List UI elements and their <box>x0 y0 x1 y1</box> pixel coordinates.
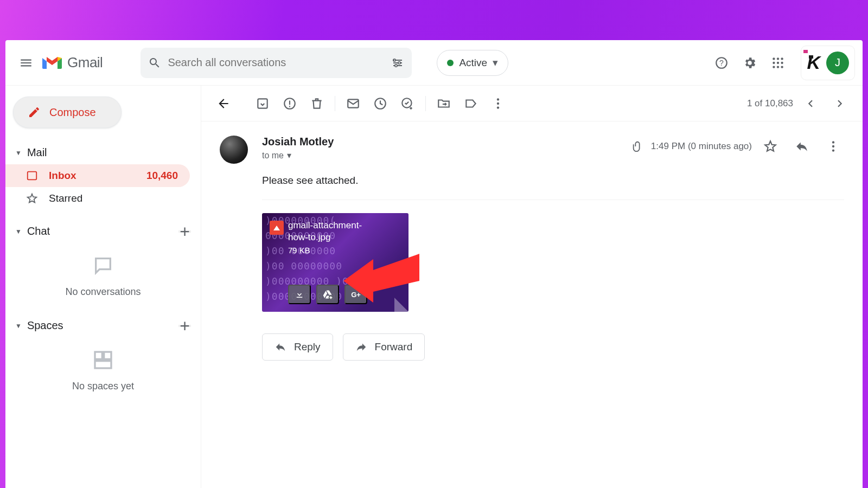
main-menu-button[interactable] <box>13 50 39 76</box>
spaces-icon <box>91 349 116 371</box>
search-input[interactable] <box>168 56 391 69</box>
svg-point-28 <box>832 141 834 143</box>
older-button[interactable] <box>796 90 824 117</box>
search-icon <box>148 56 161 69</box>
settings-button[interactable] <box>737 50 763 76</box>
chevron-left-icon <box>803 97 817 111</box>
new-space-button[interactable]: + <box>178 325 191 327</box>
delete-button[interactable] <box>303 90 330 117</box>
move-to-button[interactable] <box>430 90 457 117</box>
star-icon <box>26 192 38 204</box>
star-message-button[interactable] <box>760 136 781 157</box>
svg-point-30 <box>832 149 834 151</box>
more-vert-icon <box>826 139 840 153</box>
compose-label: Compose <box>49 106 96 119</box>
download-icon <box>295 290 304 299</box>
trash-icon <box>310 97 324 111</box>
inbox-count: 10,460 <box>146 170 178 182</box>
drive-add-icon <box>322 289 333 300</box>
product-logo[interactable]: Gmail <box>41 54 103 71</box>
svg-point-9 <box>777 61 779 63</box>
folder-inbox[interactable]: Inbox 10,460 <box>5 164 190 187</box>
message-header: Josiah Motley to me▾ 1:49 PM (0 minutes … <box>220 136 844 164</box>
svg-point-11 <box>773 66 775 68</box>
account-switcher[interactable]: K J <box>801 46 855 80</box>
status-text: Active <box>459 57 487 69</box>
annotation-arrow-icon <box>343 243 419 303</box>
more-vert-icon <box>491 97 505 111</box>
attachment-size: 79 KB <box>288 246 310 255</box>
message-more-button[interactable] <box>822 136 844 157</box>
caret-down-icon: ▼ <box>15 322 22 330</box>
section-spaces[interactable]: ▼Spaces+ <box>5 314 201 337</box>
star-icon <box>763 139 777 153</box>
svg-point-27 <box>497 106 499 108</box>
svg-text:?: ? <box>720 59 724 67</box>
image-file-icon <box>270 221 284 235</box>
main-pane: 1 of 10,863 Josiah Motley to me▾ 1:49 PM… <box>201 86 863 488</box>
add-task-button[interactable] <box>394 90 421 117</box>
svg-point-10 <box>781 61 783 63</box>
report-spam-icon <box>283 97 297 111</box>
download-attachment-button[interactable] <box>288 285 311 304</box>
clock-icon <box>373 97 387 111</box>
hamburger-icon <box>19 56 33 70</box>
org-logo: K <box>807 52 819 73</box>
svg-point-29 <box>832 145 834 147</box>
reply-icon <box>795 139 809 153</box>
sender-name[interactable]: Josiah Motley <box>262 136 334 148</box>
product-name: Gmail <box>67 54 103 71</box>
svg-point-7 <box>781 57 783 60</box>
save-to-drive-button[interactable] <box>316 285 339 304</box>
help-icon: ? <box>714 56 729 70</box>
svg-point-26 <box>497 102 499 104</box>
svg-rect-15 <box>95 352 102 359</box>
back-button[interactable] <box>210 90 237 117</box>
archive-button[interactable] <box>249 90 276 117</box>
arrow-left-icon <box>216 97 231 111</box>
spaces-empty-state: No spaces yet <box>5 337 201 408</box>
attachment-filename: gmail-attachment-how-to.jpg <box>288 220 375 243</box>
svg-marker-32 <box>343 254 419 303</box>
more-button[interactable] <box>484 90 512 117</box>
pencil-icon <box>28 106 41 119</box>
forward-button[interactable]: Forward <box>343 333 425 361</box>
reply-icon <box>275 341 286 353</box>
svg-point-5 <box>773 57 775 60</box>
section-chat[interactable]: ▼Chat+ <box>5 220 201 243</box>
mark-unread-button[interactable] <box>340 90 367 117</box>
user-avatar: J <box>826 52 849 74</box>
caret-down-icon: ▼ <box>15 228 22 235</box>
chevron-down-icon: ▾ <box>287 150 291 160</box>
status-pill[interactable]: Active ▾ <box>437 50 508 76</box>
svg-point-12 <box>777 66 779 68</box>
search-bar[interactable] <box>141 48 412 78</box>
reply-button[interactable]: Reply <box>262 333 333 361</box>
labels-button[interactable] <box>457 90 484 117</box>
conversation-position: 1 of 10,863 <box>747 98 793 109</box>
support-button[interactable]: ? <box>709 50 735 76</box>
apps-button[interactable] <box>765 50 791 76</box>
reply-icon-button[interactable] <box>789 136 815 157</box>
snooze-button[interactable] <box>367 90 394 117</box>
new-chat-button[interactable]: + <box>178 230 191 233</box>
recipient-line[interactable]: to me▾ <box>262 150 334 160</box>
svg-rect-20 <box>289 100 290 105</box>
chat-bubble-icon <box>91 255 116 277</box>
newer-button[interactable] <box>827 90 854 117</box>
inbox-icon <box>26 170 38 182</box>
compose-button[interactable]: Compose <box>13 97 122 128</box>
sender-avatar[interactable] <box>220 136 248 164</box>
folder-starred[interactable]: Starred <box>5 187 190 210</box>
svg-rect-14 <box>28 172 37 180</box>
svg-point-1 <box>398 61 401 64</box>
spam-button[interactable] <box>276 90 303 117</box>
search-options-icon[interactable] <box>391 56 404 69</box>
svg-rect-21 <box>289 106 290 107</box>
sidebar: Compose ▼Mail Inbox 10,460 Starred ▼Chat… <box>5 86 201 488</box>
gear-icon <box>743 56 757 70</box>
section-mail[interactable]: ▼Mail <box>5 141 201 164</box>
chevron-right-icon <box>833 97 847 111</box>
task-add-icon <box>400 97 414 111</box>
message-toolbar: 1 of 10,863 <box>201 86 863 121</box>
